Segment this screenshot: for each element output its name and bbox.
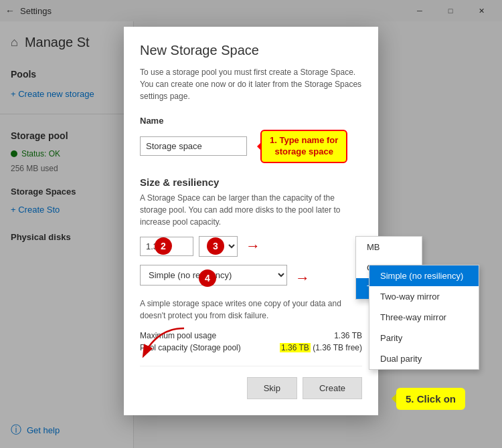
resiliency-three-way[interactable]: Three-way mirror — [369, 307, 479, 328]
resiliency-dual-parity[interactable]: Dual parity — [369, 348, 479, 369]
size-resiliency-title: Size & resiliency — [140, 177, 362, 188]
step4-badge: 4 — [199, 269, 216, 287]
step1-callout: 1. Type name forstorage space — [260, 130, 347, 163]
size-resiliency-desc: A Storage Space can be larger than the c… — [140, 192, 362, 228]
modal-overlay: New Storage Space To use a storage pool … — [0, 0, 502, 448]
resiliency-simple[interactable]: Simple (no resiliency) — [369, 265, 479, 286]
window: ← Settings ─ □ ✕ ⌂ Manage St Pools + Cre… — [0, 0, 502, 448]
new-storage-dialog: New Storage Space To use a storage pool … — [124, 27, 378, 415]
skip-button[interactable]: Skip — [247, 377, 297, 399]
dialog-description: To use a storage pool you must first cre… — [140, 66, 362, 102]
step5-label: 5. Click on — [406, 393, 456, 405]
name-input[interactable] — [140, 136, 247, 156]
unit-mb[interactable]: MB — [356, 237, 422, 257]
resiliency-description: A simple storage space writes one copy o… — [140, 298, 362, 322]
pool-capacity-highlight: 1.36 TB — [280, 343, 311, 352]
pool-arrow-svg — [131, 322, 197, 362]
dialog-buttons: Skip Create 5. Click on — [140, 366, 362, 399]
pool-capacity-rest: (1.36 TB free) — [313, 343, 362, 352]
arrow-right-1: → — [246, 237, 260, 255]
arrow-right-2: → — [295, 269, 310, 287]
create-button[interactable]: Create — [303, 377, 362, 399]
step2-badge: 2 — [155, 237, 172, 255]
max-pool-value: 1.36 TB — [334, 331, 362, 340]
name-label: Name — [140, 116, 362, 126]
pool-capacity-value: 1.36 TB (1.36 TB free) — [280, 343, 362, 352]
step3-badge: 3 — [207, 237, 224, 255]
arrow-to-pool — [131, 322, 197, 364]
resiliency-dropdown-popup: Simple (no resiliency) Two-way mirror Th… — [369, 265, 479, 370]
resiliency-parity[interactable]: Parity — [369, 328, 479, 348]
step1-label: 1. Type name forstorage space — [270, 135, 338, 156]
resiliency-two-way[interactable]: Two-way mirror — [369, 286, 479, 307]
dialog-title: New Storage Space — [140, 43, 362, 58]
step5-callout: 5. Click on — [396, 388, 465, 410]
